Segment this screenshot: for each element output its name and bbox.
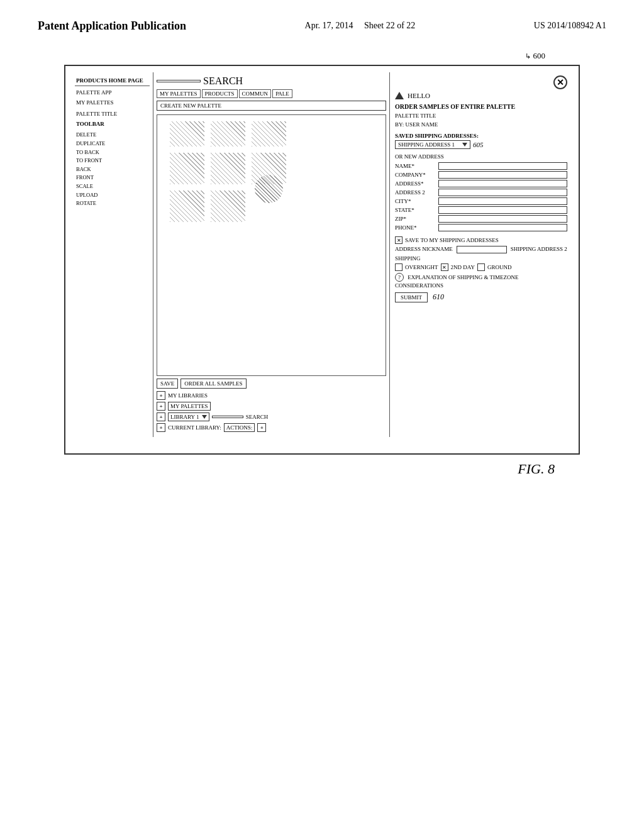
- order-title: ORDER SAMPLES OF ENTIRE PALETTE: [395, 103, 567, 110]
- second-day-label: 2ND DAY: [451, 264, 475, 270]
- company-row: COMPANY*: [395, 171, 567, 179]
- explanation-label: EXPLANATION OF SHIPPING & TIMEZONE CONSI…: [395, 274, 519, 289]
- canvas-circle-item: [255, 175, 283, 203]
- plus-btn-4[interactable]: +: [157, 423, 165, 432]
- plus-btn-2[interactable]: +: [157, 402, 165, 411]
- search-label-sm: SEARCH: [246, 414, 269, 420]
- left-column: PRODUCTS HOME PAGE PALETTE APP MY PALETT…: [72, 72, 153, 437]
- search-input-sm[interactable]: [212, 416, 243, 418]
- plus-btn-3[interactable]: +: [157, 412, 165, 421]
- actions-box[interactable]: ACTIONS:: [224, 423, 255, 432]
- toolbar-item-back: BACK: [76, 165, 148, 174]
- library-dropdown-arrow: [202, 415, 207, 419]
- canvas-item-7: [170, 191, 204, 222]
- address-fields-row: ADDRESS NICKNAME SHIPPING ADDRESS 2: [395, 246, 567, 253]
- zip-row: ZIP*: [395, 215, 567, 223]
- save-btn[interactable]: SAVE: [157, 379, 178, 389]
- ground-label: GROUND: [487, 264, 512, 270]
- address-row: ADDRESS*: [395, 180, 567, 187]
- by-user-name: BY: USER NAME: [395, 121, 567, 130]
- triangle-icon: [395, 92, 404, 99]
- plus-btn-5[interactable]: +: [257, 423, 266, 432]
- my-libraries-row: + MY LIBRARIES: [157, 391, 386, 400]
- or-new-label: OR NEW ADDRESS: [395, 153, 567, 160]
- tab-commun[interactable]: COMMUN: [239, 89, 272, 98]
- explanation-box: ? EXPLANATION OF SHIPPING & TIMEZONE CON…: [395, 273, 567, 290]
- tab-pale[interactable]: PALE: [272, 89, 292, 98]
- zip-label: ZIP*: [395, 216, 436, 222]
- saved-title: SAVED SHIPPING ADDRESSES:: [395, 133, 567, 139]
- name-label: NAME*: [395, 163, 436, 169]
- toolbar-items: DELETE DUPLICATE TO BACK TO FRONT BACK F…: [75, 130, 150, 209]
- phone-label: PHONE*: [395, 224, 436, 231]
- city-label: CITY*: [395, 198, 436, 204]
- name-input[interactable]: [438, 162, 567, 170]
- tab-my-palettes[interactable]: MY PALETTES: [157, 89, 201, 98]
- company-label: COMPANY*: [395, 172, 436, 178]
- my-palettes-tab[interactable]: MY PALETTES: [168, 402, 211, 411]
- tabs-row: MY PALETTES PRODUCTS COMMUN PALE: [157, 89, 386, 98]
- nickname-input[interactable]: [457, 246, 507, 253]
- ref-605: 605: [473, 141, 484, 148]
- address-nickname-label: ADDRESS NICKNAME: [395, 246, 453, 253]
- canvas-item-3: [252, 121, 286, 147]
- toolbar-item-scale: SCALE: [76, 182, 148, 191]
- shipping-label: SHIPPING: [395, 255, 567, 262]
- canvas-item-5: [211, 153, 245, 184]
- address-label: ADDRESS*: [395, 180, 436, 187]
- address-input[interactable]: [438, 180, 567, 187]
- toolbar-label: TOOLBAR: [75, 119, 150, 128]
- search-box[interactable]: [157, 80, 201, 82]
- order-all-samples-btn[interactable]: ORDER ALL SAMPLES: [180, 379, 246, 389]
- products-home-page-label: PRODUCTS HOME PAGE: [75, 75, 150, 86]
- my-palettes-label: MY PALETTES: [76, 99, 114, 106]
- shipping-dropdown-arrow: [462, 143, 467, 147]
- save-to-row: SAVE TO MY SHIPPING ADDRESSES: [395, 236, 567, 244]
- my-palettes-tab-row: + MY PALETTES: [157, 402, 386, 411]
- close-icon[interactable]: ✕: [553, 75, 567, 89]
- ground-checkbox[interactable]: [477, 263, 485, 271]
- palette-title-left: PALETTE TITLE: [75, 109, 150, 118]
- palette-app-label: PALETTE APP: [75, 88, 150, 97]
- sheet-info: Sheet 22 of 22: [364, 21, 415, 30]
- current-library-label: CURRENT LIBRARY:: [168, 424, 221, 431]
- hello-label: HELLO: [408, 92, 430, 99]
- saved-shipping-section: SAVED SHIPPING ADDRESSES: SHIPPING ADDRE…: [395, 133, 567, 151]
- hello-row: HELLO: [395, 92, 567, 99]
- state-label: STATE*: [395, 207, 436, 213]
- state-input[interactable]: [438, 206, 567, 214]
- second-day-checkbox[interactable]: [441, 263, 448, 271]
- library-dropdown[interactable]: LIBRARY 1: [168, 412, 209, 421]
- overnight-label: OVERNIGHT: [405, 264, 438, 270]
- middle-column: SEARCH MY PALETTES PRODUCTS COMMUN PALE …: [153, 72, 390, 437]
- fig-label: FIG. 8: [64, 461, 580, 477]
- overnight-checkbox[interactable]: [395, 263, 402, 271]
- form-fields: NAME* COMPANY* ADDRESS* ADDRESS 2: [395, 162, 567, 233]
- create-palette-btn[interactable]: CREATE NEW PALETTE: [157, 101, 386, 111]
- city-row: CITY*: [395, 197, 567, 205]
- shipping-dropdown[interactable]: SHIPPING ADDRESS 1: [395, 140, 470, 149]
- palette-info: PALETTE TITLE BY: USER NAME: [395, 112, 567, 129]
- my-libraries-label: MY LIBRARIES: [168, 392, 208, 399]
- my-palettes-row: MY PALETTES: [75, 98, 150, 107]
- phone-row: PHONE*: [395, 224, 567, 231]
- save-to-checkbox[interactable]: [395, 236, 402, 244]
- city-input[interactable]: [438, 197, 567, 205]
- phone-input[interactable]: [438, 224, 567, 231]
- canvas-item-2: [211, 121, 245, 147]
- canvas-area[interactable]: [157, 114, 386, 376]
- zip-input[interactable]: [438, 215, 567, 223]
- bottom-bar: SAVE ORDER ALL SAMPLES: [157, 379, 386, 389]
- submit-btn[interactable]: SUBMIT: [395, 292, 428, 302]
- address2-input[interactable]: [438, 189, 567, 196]
- current-library-row: + CURRENT LIBRARY: ACTIONS: +: [157, 423, 386, 432]
- tab-products[interactable]: PRODUCTS: [202, 89, 238, 98]
- canvas-item-8: [211, 191, 245, 222]
- toolbar-item-front: FRONT: [76, 174, 148, 182]
- right-column: ✕ HELLO ORDER SAMPLES OF ENTIRE PALETTE …: [390, 72, 572, 437]
- state-row: STATE*: [395, 206, 567, 214]
- plus-btn-1[interactable]: +: [157, 391, 165, 400]
- shipping-dropdown-row: SHIPPING ADDRESS 1 605: [395, 140, 567, 149]
- company-input[interactable]: [438, 171, 567, 179]
- pub-date: Apr. 17, 2014: [305, 21, 353, 30]
